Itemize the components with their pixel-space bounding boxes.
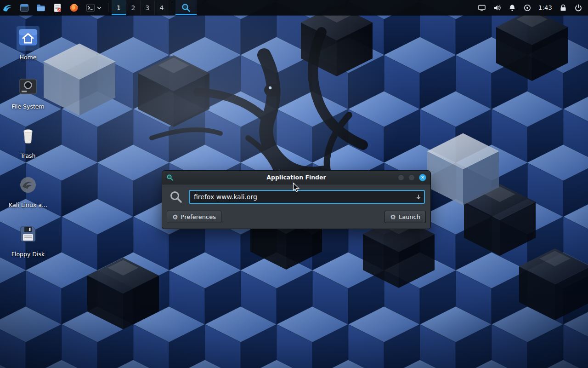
desktop-icon-file-system[interactable]: File System	[5, 75, 51, 115]
gear-icon: ⚙	[172, 214, 178, 220]
launch-button-label: Launch	[399, 213, 420, 220]
window-controls: ✕	[398, 174, 426, 181]
clock[interactable]: 1:43	[538, 4, 552, 11]
floppy-disk-icon	[17, 223, 40, 247]
workspace-switcher: 1 2 3 4	[112, 0, 169, 15]
workspace-4-label: 4	[160, 4, 164, 12]
kali-menu-button[interactable]	[0, 0, 16, 15]
desktop-icon-label: File System	[11, 103, 45, 110]
panel-separator	[108, 3, 108, 12]
text-editor-icon	[52, 3, 62, 13]
trash-icon	[17, 124, 40, 149]
home-icon	[17, 26, 40, 51]
desktop-icon-floppy-disk[interactable]: Floppy Disk	[5, 223, 51, 263]
desktop-icon-home[interactable]: Home	[5, 26, 51, 66]
firefox-launcher[interactable]	[66, 0, 82, 15]
desktop-icon-label: Trash	[20, 152, 35, 159]
workspace-3[interactable]: 3	[140, 0, 154, 15]
panel-separator	[172, 3, 172, 12]
desktop-icon-kali-linux[interactable]: Kali Linux a...	[5, 173, 51, 214]
terminal-icon	[85, 3, 96, 13]
desktop-icon-column: Home File System Trash Kali Linu	[5, 26, 51, 263]
mouse-cursor	[293, 183, 301, 192]
file-manager-icon	[19, 3, 29, 13]
kali-disc-icon	[17, 173, 40, 198]
kali-logo-icon	[2, 2, 14, 14]
maximize-button[interactable]	[408, 174, 415, 181]
desktop-icon-label: Floppy Disk	[11, 251, 45, 258]
search-icon	[169, 190, 183, 204]
button-row: ⚙ Preferences ⚙ Launch	[162, 211, 430, 229]
top-panel: 1 2 3 4	[0, 0, 588, 15]
file-manager-launcher[interactable]	[16, 0, 33, 15]
system-tray: 1:43	[478, 0, 588, 15]
taskbar-application-finder-button[interactable]	[175, 0, 197, 15]
network-icon[interactable]	[523, 4, 531, 12]
application-finder-window: Application Finder ✕ ⚙ Preferences ⚙	[162, 170, 431, 229]
notifications-bell-icon[interactable]	[508, 4, 516, 12]
power-icon[interactable]	[574, 4, 582, 12]
folder-icon	[36, 3, 46, 13]
workspace-2[interactable]: 2	[126, 0, 140, 15]
lock-icon[interactable]	[559, 4, 567, 12]
chevron-down-icon[interactable]	[97, 6, 102, 10]
launch-button[interactable]: ⚙ Launch	[384, 211, 426, 223]
dropdown-arrow-icon[interactable]	[415, 194, 422, 202]
terminal-launcher[interactable]	[82, 0, 105, 15]
desktop-icon-label: Home	[20, 54, 37, 61]
search-input-wrap	[189, 190, 425, 204]
volume-icon[interactable]	[493, 4, 501, 12]
desktop-icon-trash[interactable]: Trash	[5, 124, 51, 165]
text-editor-launcher[interactable]	[49, 0, 66, 15]
display-icon[interactable]	[478, 4, 486, 12]
preferences-button-label: Preferences	[181, 213, 216, 220]
workspace-3-label: 3	[146, 4, 150, 12]
desktop-icon-label: Kali Linux a...	[9, 201, 47, 208]
appfinder-window-icon	[166, 174, 174, 181]
launch-icon: ⚙	[390, 214, 396, 220]
workspace-2-label: 2	[131, 4, 136, 12]
workspace-4[interactable]: 4	[154, 0, 169, 15]
workspace-1[interactable]: 1	[112, 0, 126, 15]
hard-disk-icon	[17, 75, 40, 100]
window-title: Application Finder	[162, 174, 430, 181]
minimize-button[interactable]	[398, 174, 404, 181]
workspace-1-label: 1	[117, 4, 121, 12]
folder-launcher[interactable]	[33, 0, 49, 15]
panel-left: 1 2 3 4	[0, 0, 197, 15]
search-input[interactable]	[189, 190, 425, 204]
preferences-button[interactable]: ⚙ Preferences	[167, 211, 221, 223]
magnifier-icon	[181, 3, 191, 13]
close-button[interactable]: ✕	[419, 174, 426, 181]
firefox-icon	[69, 3, 79, 13]
